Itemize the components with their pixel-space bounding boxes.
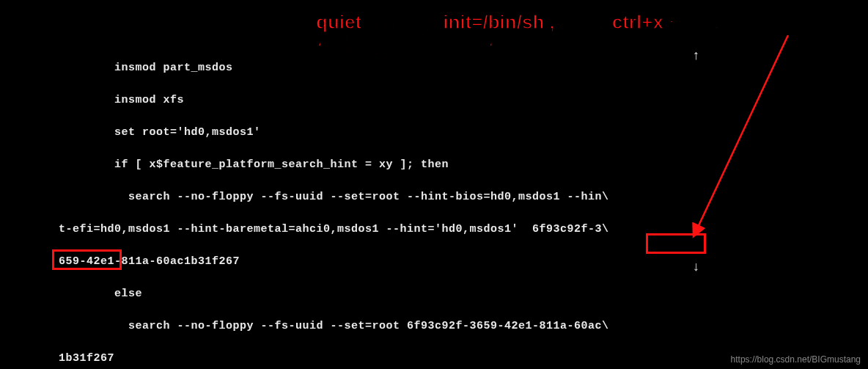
term-line: 659-42e1-811a-60ac1b31f267: [59, 254, 609, 270]
watermark: https://blog.csdn.net/BIGmustang: [731, 354, 861, 365]
term-line: insmod part_msdos: [59, 60, 609, 76]
anno-part: 后面添加: [361, 11, 443, 33]
grub-editor[interactable]: insmod part_msdos insmod xfs set root='h…: [59, 44, 609, 369]
term-line: t-efi=hd0,msdos1 --hint-baremetal=ahci0,…: [59, 222, 609, 238]
scroll-down-icon: ↓: [692, 260, 700, 274]
anno-init: init=/bin/sh: [443, 11, 544, 33]
anno-part: 在: [297, 11, 316, 33]
term-line: insmod xfs: [59, 92, 609, 109]
term-line: else: [59, 286, 609, 302]
annotation-arrow: [689, 35, 821, 248]
anno-part: ,然后按: [544, 11, 611, 33]
svg-line-0: [695, 35, 788, 233]
term-line: search --no-floppy --fs-uuid --set=root …: [59, 189, 609, 205]
term-line: set root='hd0,msdos1': [59, 125, 609, 141]
highlight-init: [646, 233, 706, 254]
scroll-up-icon: ↑: [692, 48, 700, 63]
anno-ctrlx: ctrl+x: [612, 11, 663, 33]
term-line: 1b31f267: [59, 351, 609, 367]
highlight-binsh: [52, 249, 122, 270]
term-line: if [ x$feature_platform_search_hint = xy…: [59, 157, 609, 173]
term-line: search --no-floppy --fs-uuid --set=root …: [59, 318, 609, 335]
anno-part: 确定，: [663, 11, 726, 33]
anno-quiet: quiet: [316, 11, 361, 33]
